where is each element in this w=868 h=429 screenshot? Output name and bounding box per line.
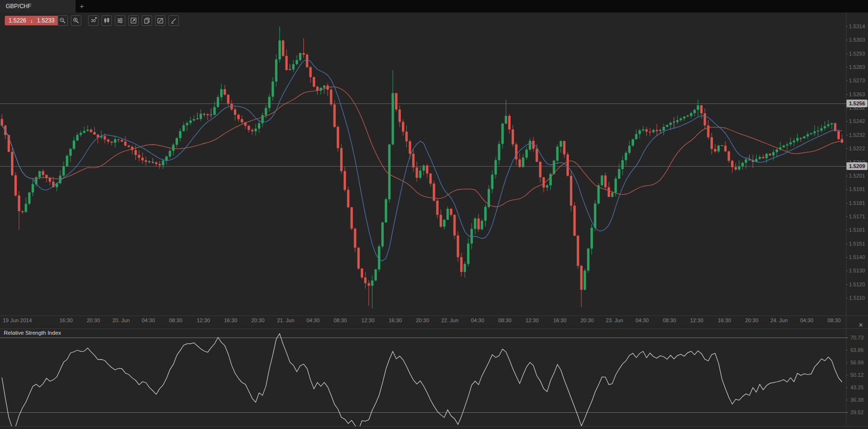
price-axis-label: 1.5273: [847, 77, 867, 84]
timeframe-button[interactable]: 30: [88, 15, 99, 26]
price-axis-label: 1.5314: [847, 23, 867, 30]
timeframe-unit-mark: [95, 17, 97, 19]
price-axis-label: 1.5283: [847, 64, 867, 70]
rsi-axis-label: 63.86: [847, 347, 867, 353]
chart-toolbar: 1.5226 ↓ 1.5233 30: [0, 12, 842, 29]
chart-type-button[interactable]: [101, 15, 112, 26]
price-axis-label: 1.5151: [847, 240, 867, 247]
rsi-axis-label: 29.52: [847, 409, 867, 416]
price-axis-label: 1.5171: [847, 213, 867, 220]
expand-chart-button[interactable]: [128, 15, 139, 26]
tab-bar: GBP/CHF +: [0, 0, 868, 12]
price-axis-border: [846, 12, 846, 426]
price-axis-label: 1.5110: [847, 294, 867, 301]
price-down-arrow-icon: ↓: [30, 18, 33, 23]
price-axis-label: 1.5263: [847, 91, 867, 98]
price-axis-label: 1.5201: [847, 172, 867, 179]
main-chart-canvas[interactable]: [0, 12, 846, 316]
rsi-axis-label: 36.38: [847, 396, 867, 403]
time-axis-separator: [0, 316, 868, 316]
price-axis-label: 1.5232: [847, 132, 867, 138]
indicator-settings-button[interactable]: [115, 15, 125, 26]
price-axis-label: 1.5181: [847, 200, 867, 206]
zoom-in-icon: [73, 17, 79, 24]
time-axis-label: 19 Jun 2014: [3, 317, 46, 323]
zoom-out-button[interactable]: [57, 15, 68, 26]
rsi-close-button[interactable]: ✕: [857, 321, 865, 329]
price-level-badge[interactable]: 1.5209: [846, 162, 868, 170]
duplicate-chart-button[interactable]: [142, 15, 152, 26]
price-level-badge[interactable]: 1.5256: [846, 100, 868, 107]
rsi-axis-label: 43.25: [847, 384, 867, 391]
time-axis-label: 08:30: [817, 317, 851, 323]
pen-icon: [170, 17, 177, 24]
zoom-out-icon: [59, 17, 66, 24]
bid-price: 1.5226: [9, 17, 26, 24]
bid-ask-quote-button[interactable]: 1.5226 ↓ 1.5233: [5, 16, 58, 25]
ask-price: 1.5233: [37, 17, 55, 24]
bottom-edge: [0, 426, 868, 427]
price-axis-label: 1.5130: [847, 267, 867, 274]
expand-icon: [130, 17, 137, 24]
rsi-panel-title: Relative Strength Index: [4, 330, 61, 336]
edit-note-icon: [157, 17, 164, 24]
sliders-icon: [117, 17, 123, 24]
edit-orders-button[interactable]: [155, 15, 166, 26]
rsi-chart-canvas[interactable]: [0, 329, 846, 426]
rsi-axis-label: 50.12: [847, 372, 867, 378]
timeframe-label: 30: [91, 18, 96, 23]
price-axis-label: 1.5120: [847, 281, 867, 288]
rsi-axis-label: 56.99: [847, 359, 867, 366]
price-axis-label: 1.5161: [847, 226, 867, 233]
tab-gbpchf[interactable]: GBP/CHF: [0, 0, 76, 12]
new-tab-button[interactable]: +: [76, 0, 88, 12]
trading-app-window: GBP/CHF + 1.5226 ↓ 1.5233: [0, 0, 868, 429]
price-axis-label: 1.5303: [847, 36, 867, 43]
draw-tools-button[interactable]: [168, 15, 179, 26]
zoom-in-button[interactable]: [71, 15, 81, 26]
candlestick-chart-icon: [103, 17, 110, 24]
price-axis-label: 1.5293: [847, 50, 867, 57]
price-axis-label: 1.5222: [847, 145, 867, 152]
rsi-axis-label: 70.73: [847, 334, 867, 341]
price-axis-label: 1.5191: [847, 186, 867, 192]
price-axis-label: 1.5242: [847, 118, 867, 124]
price-axis-label: 1.5140: [847, 254, 867, 260]
copy-icon: [144, 17, 150, 24]
rsi-panel-separator: [0, 328, 868, 329]
